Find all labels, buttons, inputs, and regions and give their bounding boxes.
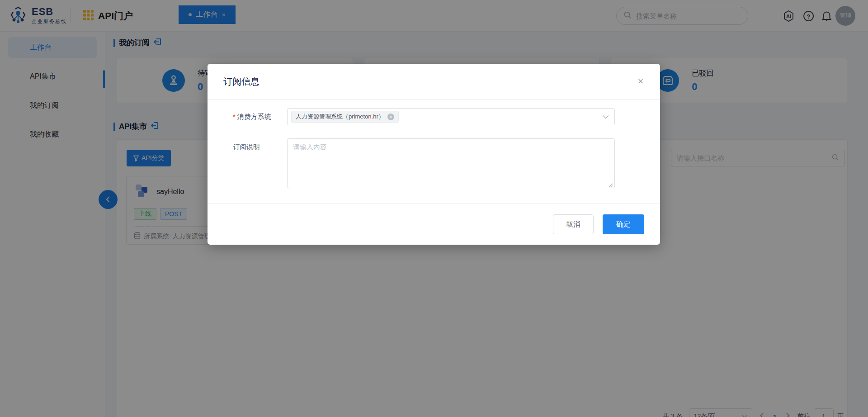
description-label: 订阅说明 (233, 143, 260, 152)
tag-remove-icon[interactable]: × (387, 114, 394, 120)
required-asterisk: * (233, 113, 236, 120)
subscription-modal: 订阅信息 × *消费方系统 人力资源管理系统（primeton.hr） × 订阅… (208, 64, 660, 245)
modal-title: 订阅信息 (223, 76, 259, 88)
page: ESB 企业服务总线 API门户 工作台 × (0, 0, 868, 417)
selected-system-tag: 人力资源管理系统（primeton.hr） × (291, 111, 399, 123)
chevron-down-icon (603, 113, 609, 121)
description-textarea[interactable] (287, 138, 615, 188)
modal-footer: 取消 确定 (208, 204, 660, 245)
selected-system-tag-label: 人力资源管理系统（primeton.hr） (296, 113, 384, 121)
cancel-button[interactable]: 取消 (553, 214, 594, 234)
close-icon[interactable]: × (634, 75, 647, 88)
confirm-button[interactable]: 确定 (603, 214, 644, 234)
consumer-system-label: *消费方系统 (233, 113, 271, 121)
modal-header: 订阅信息 (208, 64, 660, 100)
consumer-system-select[interactable]: 人力资源管理系统（primeton.hr） × (287, 108, 615, 125)
